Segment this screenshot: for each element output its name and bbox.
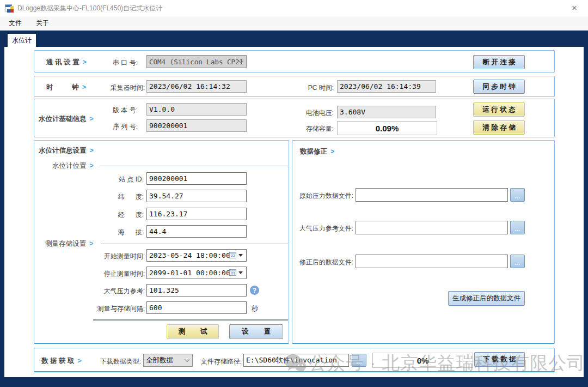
sync-clock-button[interactable]: 同 步 时 钟 <box>473 80 525 94</box>
group-label-communication: 通 讯 设 置 <box>46 58 79 66</box>
chevron-down-icon <box>185 357 189 362</box>
altitude-field[interactable] <box>146 225 247 238</box>
sub-label-gauge-position: 水位计位置 <box>52 162 87 170</box>
download-data-button[interactable]: 下 载 数 据 <box>474 352 525 367</box>
corrected-file-field[interactable] <box>356 255 508 268</box>
start-time-label: 开始测量时间: <box>66 252 145 261</box>
storage-capacity-progressbar: 0.09% <box>337 121 437 135</box>
chevron-right-icon: > <box>90 147 94 154</box>
collector-time-field[interactable] <box>146 80 247 93</box>
app-icon <box>5 4 14 13</box>
collector-time-label: 采集器时间: <box>89 83 145 93</box>
interval-field[interactable] <box>146 301 247 314</box>
disconnect-button[interactable]: 断 开 连 接 <box>473 55 525 69</box>
latitude-label: 纬 度: <box>66 192 144 202</box>
altitude-label: 海 拔: <box>66 228 144 237</box>
download-type-value: 全部数据 <box>146 356 173 365</box>
storage-path-label: 文件存储路径: <box>198 357 242 366</box>
pressure-ref-label: 大气压力参考: <box>66 287 145 296</box>
group-label-info-settings: 水位计信息设置 <box>39 147 87 154</box>
group-data-acquisition: 数 据 获 取> 下载数据类型: 全部数据 文件存储路径: ... 0% 下 载… <box>34 348 555 372</box>
stop-time-label: 停止测量时间: <box>66 269 145 279</box>
group-basic-info: 水位计基础信息> 版 本 号: 序 列 号: 电池电压: 存储容量: 0.09%… <box>34 99 555 137</box>
battery-voltage-field[interactable] <box>337 106 436 118</box>
storage-path-field[interactable] <box>243 354 349 367</box>
window-title: DLogge数据采集中心-FL100(FL450)自记式水位计 <box>17 4 162 13</box>
raw-pressure-file-label: 原始压力数据文件: <box>295 191 353 201</box>
browse-atm-file-button[interactable]: ... <box>510 221 525 234</box>
atm-pressure-file-label: 大气压力参考文件: <box>295 224 353 233</box>
atm-pressure-file-field[interactable] <box>356 221 508 234</box>
raw-pressure-file-field[interactable] <box>356 188 508 202</box>
version-label: 版 本 号: <box>89 106 138 115</box>
longitude-label: 经 度: <box>66 210 144 220</box>
serial-number-label: 序 列 号: <box>89 122 138 131</box>
corrected-file-label: 修正后的数据文件: <box>295 258 353 267</box>
chevron-right-icon: > <box>82 58 86 66</box>
chevron-right-icon: > <box>89 240 93 247</box>
tab-water-level-gauge[interactable]: 水位计 <box>8 34 36 47</box>
interval-unit-label: 秒 <box>252 304 258 313</box>
version-field[interactable] <box>146 103 247 116</box>
download-type-combobox[interactable]: 全部数据 <box>143 354 193 367</box>
browse-path-button[interactable]: ... <box>352 354 366 367</box>
chevron-right-icon: > <box>90 162 94 170</box>
menu-bar: 文件 关于 <box>0 16 588 31</box>
group-label-clock: 时 钟 <box>46 83 79 91</box>
serial-port-combobox: COM4 (Silicon Labs CP21 <box>146 55 247 68</box>
group-info-settings: 水位计信息设置> 水位计位置> 站 点 ID: 纬 度: 经 度: 海 拔: 测… <box>34 140 289 344</box>
browse-raw-file-button[interactable]: ... <box>510 188 525 202</box>
chevron-right-icon: > <box>77 357 81 365</box>
datepicker-icon[interactable] <box>229 252 243 258</box>
divider <box>101 244 288 244</box>
group-label-data-correction: 数据修正 <box>300 148 327 155</box>
help-icon[interactable]: ? <box>250 286 259 295</box>
group-communication-settings: 通 讯 设 置> 串 口 号: COM4 (Silicon Labs CP21 … <box>34 50 555 72</box>
chevron-right-icon: > <box>82 83 86 91</box>
download-progressbar: 0% <box>372 353 473 368</box>
main-panel: 通 讯 设 置> 串 口 号: COM4 (Silicon Labs CP21 … <box>4 47 584 377</box>
chevron-right-icon: > <box>90 115 94 123</box>
sub-label-measure-storage: 测量存储设置 <box>45 240 86 247</box>
close-icon[interactable]: × <box>568 3 580 14</box>
test-button[interactable]: 测 试 <box>167 324 219 339</box>
run-status-button[interactable]: 运 行 状 态 <box>473 102 525 117</box>
storage-capacity-label: 存储容量: <box>279 124 334 134</box>
latitude-field[interactable] <box>146 190 247 202</box>
group-label-basic-info: 水位计基础信息 <box>39 115 87 123</box>
title-bar: DLogge数据采集中心-FL100(FL450)自记式水位计 × <box>0 0 588 16</box>
generate-corrected-file-button[interactable]: 生成修正后的数据文件 <box>448 291 525 306</box>
group-data-correction: 数据修正> 原始压力数据文件: ... 大气压力参考文件: ... 修正后的数据… <box>292 140 555 344</box>
menu-file[interactable]: 文件 <box>3 19 27 28</box>
station-id-field[interactable] <box>146 172 247 185</box>
serial-port-label: 串 口 号: <box>89 58 138 68</box>
serial-number-field[interactable] <box>146 119 247 132</box>
group-label-data-acquisition: 数 据 获 取 <box>41 357 74 365</box>
serial-port-value: COM4 (Silicon Labs CP21 <box>149 58 243 66</box>
pressure-ref-field[interactable] <box>146 284 247 297</box>
chevron-right-icon: > <box>330 148 334 155</box>
interval-label: 测量与存储间隔: <box>66 304 145 313</box>
clear-storage-button[interactable]: 清 除 存 储 <box>473 120 525 135</box>
group-clock: 时 钟> 采集器时间: PC 时间: 同 步 时 钟 <box>34 76 555 97</box>
longitude-field[interactable] <box>146 208 247 220</box>
divider <box>100 166 288 166</box>
divider <box>93 319 288 321</box>
pc-time-field[interactable] <box>337 80 436 93</box>
battery-voltage-label: 电池电压: <box>279 108 334 118</box>
set-button[interactable]: 设 置 <box>229 324 283 339</box>
browse-corrected-file-button[interactable]: ... <box>510 255 525 268</box>
menu-about[interactable]: 关于 <box>30 19 54 28</box>
pc-time-label: PC 时间: <box>279 83 334 93</box>
datepicker-icon[interactable] <box>229 269 243 276</box>
download-type-label: 下载数据类型: <box>83 357 141 366</box>
station-id-label: 站 点 ID: <box>66 175 144 184</box>
